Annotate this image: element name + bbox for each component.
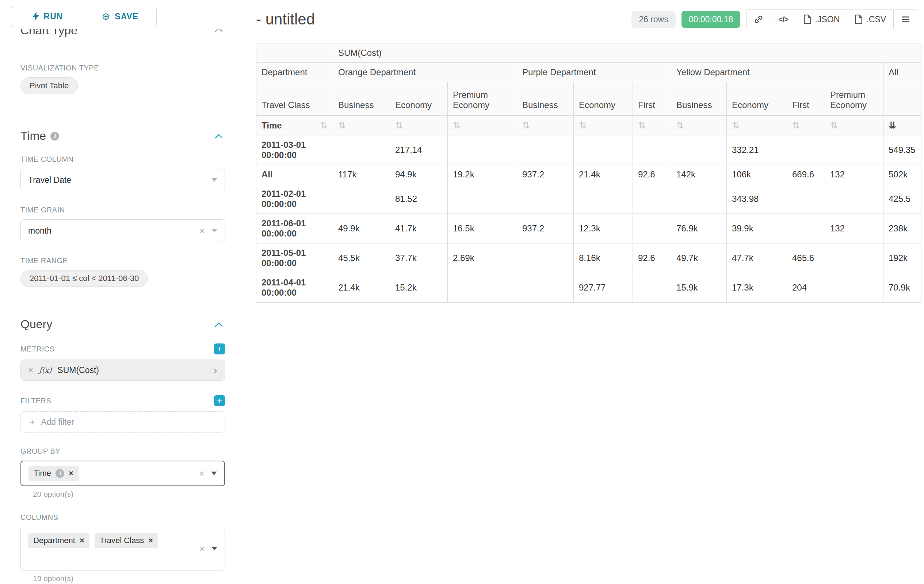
column-sort-cell[interactable]: ⇅ — [333, 116, 390, 135]
chart-title[interactable]: - untitled — [256, 11, 315, 28]
column-sort-cell[interactable]: ⇅ — [390, 116, 448, 135]
table-cell: 45.5k — [333, 243, 390, 273]
table-cell — [448, 184, 517, 214]
sort-descending-icon[interactable]: ⇊ — [889, 120, 896, 130]
results-area: - untitled 26 rows 00:00:00.18 — [236, 0, 924, 584]
table-cell: 106k — [727, 165, 787, 184]
export-csv-button[interactable]: .CSV — [847, 10, 894, 29]
chevron-up-icon[interactable] — [215, 29, 223, 32]
table-cell — [825, 243, 883, 273]
chevron-down-icon[interactable] — [211, 547, 217, 550]
sort-toggle-icon[interactable]: ⇅ — [792, 120, 800, 130]
add-metric-button[interactable]: + — [214, 344, 225, 354]
table-cell: 70.9k — [883, 273, 921, 303]
sort-toggle-icon[interactable]: ⇅ — [676, 120, 684, 130]
table-cell — [825, 273, 883, 303]
clear-icon[interactable]: × — [199, 469, 205, 478]
share-link-button[interactable] — [746, 10, 771, 29]
chevron-down-icon[interactable] — [211, 229, 217, 232]
department-label-cell: Department — [256, 63, 333, 82]
row-header: 2011-06-01 00:00:00 — [256, 214, 333, 243]
group-by-tag-label: Time — [34, 469, 51, 478]
column-sort-cell[interactable]: ⇅ — [671, 116, 727, 135]
save-button[interactable]: ⊕ SAVE — [84, 6, 157, 27]
add-filter-button[interactable]: + — [214, 395, 225, 406]
json-file-icon — [804, 15, 812, 24]
table-row: 2011-03-01 00:00:00217.14332.21549.35 — [256, 135, 921, 165]
time-sort-cell[interactable]: Time ⇅ — [256, 116, 333, 135]
table-cell — [574, 135, 633, 165]
sort-toggle-icon[interactable]: ⇅ — [638, 120, 646, 130]
sort-toggle-icon[interactable]: ⇅ — [830, 120, 838, 130]
metrics-control: METRICS + × ƒ(x) SUM(Cost) › — [20, 344, 225, 381]
time-section-title: Time — [20, 129, 46, 143]
corner-cell — [256, 43, 333, 63]
export-json-button[interactable]: .JSON — [796, 10, 848, 29]
group-by-options-hint: 20 option(s) — [33, 490, 225, 498]
sort-toggle-icon[interactable]: ⇅ — [732, 120, 739, 130]
table-cell: 81.52 — [390, 184, 448, 214]
class-header-cell: First — [787, 82, 825, 116]
table-cell: 927.77 — [574, 273, 633, 303]
info-icon[interactable]: i — [56, 469, 64, 478]
table-cell — [517, 184, 574, 214]
sort-toggle-icon[interactable]: ⇅ — [522, 120, 530, 130]
time-grain-select[interactable]: month × — [20, 219, 225, 242]
table-cell — [517, 135, 574, 165]
chevron-up-icon[interactable] — [215, 322, 223, 327]
table-cell: 92.6 — [633, 243, 671, 273]
remove-tag-icon[interactable]: × — [148, 536, 153, 545]
chevron-right-icon[interactable]: › — [213, 365, 217, 375]
info-icon[interactable]: i — [50, 132, 59, 140]
clear-icon[interactable]: × — [200, 544, 205, 553]
time-column-select[interactable]: Travel Date — [20, 169, 225, 191]
column-sort-cell[interactable]: ⇅ — [825, 116, 883, 135]
time-range-value[interactable]: 2011-01-01 ≤ col < 2011-06-30 — [20, 270, 148, 287]
table-cell — [787, 135, 825, 165]
chevron-up-icon[interactable] — [215, 133, 223, 139]
sort-toggle-icon[interactable]: ⇅ — [395, 120, 403, 130]
columns-select[interactable]: Department × Travel Class × × — [20, 527, 225, 571]
column-sort-cell[interactable]: ⇊ — [883, 116, 921, 135]
sort-toggle-icon[interactable]: ⇅ — [579, 120, 587, 130]
columns-label: COLUMNS — [20, 513, 225, 521]
table-cell: 132 — [825, 165, 883, 184]
table-cell: 92.6 — [633, 165, 671, 184]
columns-tag[interactable]: Department × — [28, 533, 89, 548]
sort-toggle-icon[interactable]: ⇅ — [453, 120, 460, 130]
metric-header-row: SUM(Cost) — [256, 43, 921, 63]
group-by-select[interactable]: Time i × × — [20, 461, 225, 486]
add-filter-dropzone[interactable]: + Add filter — [20, 411, 225, 433]
table-cell: 549.35 — [883, 135, 921, 165]
chevron-down-icon[interactable] — [211, 472, 217, 475]
table-cell: 343.98 — [727, 184, 787, 214]
table-cell: 94.9k — [390, 165, 448, 184]
menu-button[interactable] — [893, 10, 918, 29]
explore-page: RUN ⊕ SAVE Chart Type VISUALIZATION TYPE… — [0, 0, 924, 584]
visualization-type-value[interactable]: Pivot Table — [20, 77, 78, 94]
column-sort-cell[interactable]: ⇅ — [787, 116, 825, 135]
remove-tag-icon[interactable]: × — [79, 536, 84, 545]
chevron-down-icon[interactable] — [211, 178, 217, 182]
column-sort-cell[interactable]: ⇅ — [574, 116, 633, 135]
travel-class-header-row: Travel Class Business Economy Premium Ec… — [256, 82, 921, 116]
view-query-button[interactable]: </> — [771, 10, 796, 29]
table-cell: 37.7k — [390, 243, 448, 273]
remove-tag-icon[interactable]: × — [69, 469, 73, 478]
table-cell: 425.5 — [883, 184, 921, 214]
column-sort-cell[interactable]: ⇅ — [517, 116, 574, 135]
table-cell: 39.9k — [727, 214, 787, 243]
run-button[interactable]: RUN — [11, 6, 84, 27]
column-sort-cell[interactable]: ⇅ — [633, 116, 671, 135]
remove-metric-icon[interactable]: × — [28, 365, 33, 375]
group-by-tag[interactable]: Time i × — [28, 466, 79, 481]
sort-icon[interactable]: ⇅ — [320, 120, 328, 131]
sort-toggle-icon[interactable]: ⇅ — [338, 120, 346, 130]
column-sort-cell[interactable]: ⇅ — [448, 116, 517, 135]
save-button-label: SAVE — [115, 12, 139, 21]
columns-tag[interactable]: Travel Class × — [95, 533, 158, 548]
clear-icon[interactable]: × — [200, 226, 205, 235]
metrics-label: METRICS — [20, 345, 55, 353]
column-sort-cell[interactable]: ⇅ — [727, 116, 787, 135]
metric-pill[interactable]: × ƒ(x) SUM(Cost) › — [20, 360, 225, 381]
